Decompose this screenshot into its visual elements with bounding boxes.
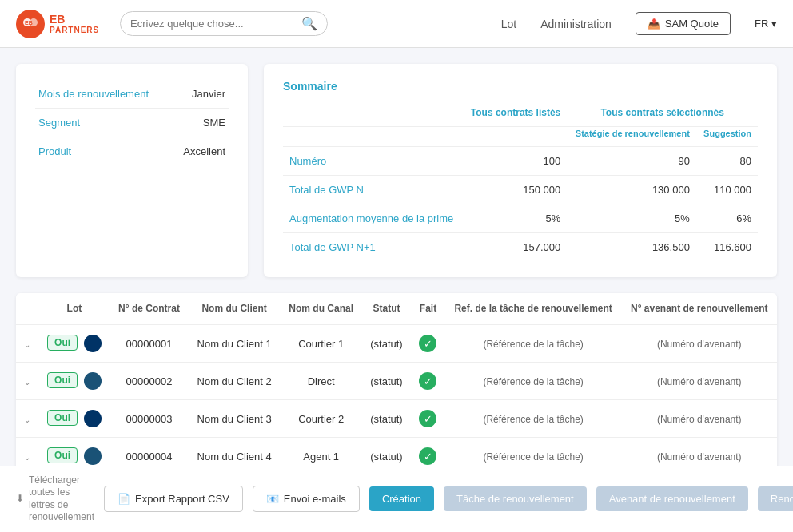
table-header: Fait (411, 293, 445, 324)
avenant-text: (Numéro d'avenant) (657, 339, 742, 350)
summary-val1: 100 (463, 147, 568, 176)
row-contract: 00000001 (110, 324, 188, 363)
row-fait: ✓ (411, 324, 445, 363)
ref-text: (Référence de la tâche) (483, 376, 583, 387)
row-expand[interactable]: ⌄ (16, 400, 38, 438)
tache-button: Tâche de renouvellement (444, 486, 587, 491)
summary-title: Sommaire (283, 80, 758, 93)
sam-quote-button[interactable]: 📤 SAM Quote (636, 12, 731, 35)
col-expand (16, 293, 38, 324)
row-lot: Oui (38, 400, 110, 438)
summary-val3: 6% (696, 204, 758, 233)
filter-row: ProduitAxcellent (35, 137, 229, 166)
nav-administration[interactable]: Administration (540, 18, 612, 30)
creation-button[interactable]: Création (369, 486, 434, 491)
avenant-text: (Numéro d'avenant) (657, 376, 742, 387)
nav-links: Lot Administration 📤 SAM Quote FR ▾ (501, 12, 777, 35)
avenant-text: (Numéro d'avenant) (657, 451, 742, 463)
download-label: Télécharger toutes les lettres de renouv… (29, 474, 94, 491)
summary-val2: 136.500 (567, 233, 696, 262)
summary-val1: 5% (463, 204, 568, 233)
row-contract: 00000003 (110, 400, 188, 438)
logo-icon: EB (16, 10, 45, 38)
chevron-down-icon[interactable]: ⌄ (24, 453, 30, 462)
lot-badge: Oui (47, 335, 78, 351)
row-ref: (Référence de la tâche) (445, 400, 622, 438)
summary-row-label: Augmentation moyenne de la prime (283, 204, 463, 233)
lot-circle (84, 372, 102, 390)
chevron-down-icon[interactable]: ⌄ (24, 378, 30, 387)
sam-quote-icon: 📤 (648, 18, 660, 30)
renouvellement-button: Renouvellement de tâche et d'avenant (758, 486, 793, 491)
sam-quote-label: SAM Quote (665, 18, 719, 30)
row-fait: ✓ (411, 363, 445, 400)
filter-row: SegmentSME (35, 109, 229, 137)
table-header: Ref. de la tâche de renouvellement (445, 293, 622, 324)
lot-badge: Oui (47, 372, 78, 388)
table-header: Lot (38, 293, 110, 324)
check-icon: ✓ (419, 447, 436, 465)
row-fait: ✓ (411, 400, 445, 438)
search-bar: 🔍 (120, 11, 328, 36)
filter-label: Mois de renouvellement (35, 80, 172, 109)
ref-text: (Référence de la tâche) (483, 414, 583, 425)
summary-panel: Sommaire Tous contrats listés Tous contr… (264, 64, 777, 277)
lot-circle (84, 410, 102, 427)
check-icon: ✓ (419, 335, 436, 352)
chevron-down-icon[interactable]: ⌄ (24, 340, 30, 349)
table-header: Nom du Client (189, 293, 281, 324)
data-table: LotN° de ContratNom du ClientNom du Cana… (16, 293, 777, 475)
row-ref: (Référence de la tâche) (445, 324, 622, 363)
row-avenant: (Numéro d'avenant) (622, 363, 778, 400)
language-selector[interactable]: FR ▾ (755, 18, 777, 30)
logo-text-block: EB PARTNERS (50, 13, 99, 35)
filter-label: Segment (35, 109, 172, 137)
table-header: Nom du Canal (281, 293, 362, 324)
header: EB EB PARTNERS 🔍 Lot Administration 📤 SA… (0, 0, 793, 48)
summary-val3: 80 (696, 147, 758, 176)
summary-val2: 90 (567, 147, 696, 176)
search-input[interactable] (130, 18, 301, 30)
lot-badge: Oui (47, 447, 78, 463)
lot-circle (84, 447, 102, 465)
summary-val3: 116.600 (696, 233, 758, 262)
logo-partners: PARTNERS (50, 26, 99, 34)
check-icon: ✓ (419, 372, 436, 390)
svg-text:EB: EB (25, 20, 33, 26)
summary-sub-empty (283, 127, 463, 147)
summary-row: Total de GWP N+1 157.000 136.500 116.600 (283, 233, 758, 262)
lot-badge: Oui (47, 410, 78, 426)
nav-lot[interactable]: Lot (501, 18, 516, 30)
summary-val1: 150 000 (463, 176, 568, 204)
row-ref: (Référence de la tâche) (445, 363, 622, 400)
summary-col2-group: Tous contrats sélectionnés (567, 104, 758, 127)
export-csv-button[interactable]: 📄 Export Rapport CSV (104, 486, 243, 491)
avenant-text: (Numéro d'avenant) (657, 414, 742, 425)
row-client: Nom du Client 3 (189, 400, 281, 438)
row-expand[interactable]: ⌄ (16, 324, 38, 363)
search-icon[interactable]: 🔍 (301, 16, 317, 31)
summary-col1: Tous contrats listés (463, 104, 568, 127)
table-row: ⌄ Oui 00000003 Nom du Client 3 Courtier … (16, 400, 777, 438)
summary-row-label: Total de GWP N+1 (283, 233, 463, 262)
row-lot: Oui (38, 324, 110, 363)
row-expand[interactable]: ⌄ (16, 363, 38, 400)
table-header: N° de Contrat (110, 293, 188, 324)
chevron-down-icon[interactable]: ⌄ (24, 415, 30, 424)
filter-value: Janvier (172, 80, 229, 109)
filter-value: Axcellent (172, 137, 229, 166)
data-table-container: LotN° de ContratNom du ClientNom du Cana… (16, 293, 777, 475)
row-client: Nom du Client 2 (189, 363, 281, 400)
row-avenant: (Numéro d'avenant) (622, 400, 778, 438)
summary-col-label (283, 104, 463, 127)
footer-download[interactable]: ⬇ Télécharger toutes les lettres de reno… (16, 474, 94, 491)
summary-val1: 157.000 (463, 233, 568, 262)
summary-table: Tous contrats listés Tous contrats sélec… (283, 104, 758, 261)
summary-sub2: Suggestion (696, 127, 758, 147)
logo: EB EB PARTNERS (16, 10, 104, 38)
row-canal: Direct (281, 363, 362, 400)
filter-table: Mois de renouvellementJanvierSegmentSMEP… (35, 80, 229, 165)
row-canal: Courtier 1 (281, 324, 362, 363)
summary-row: Total de GWP N 150 000 130 000 110 000 (283, 176, 758, 204)
envoi-emails-button[interactable]: 📧 Envoi e-mails (253, 486, 360, 491)
